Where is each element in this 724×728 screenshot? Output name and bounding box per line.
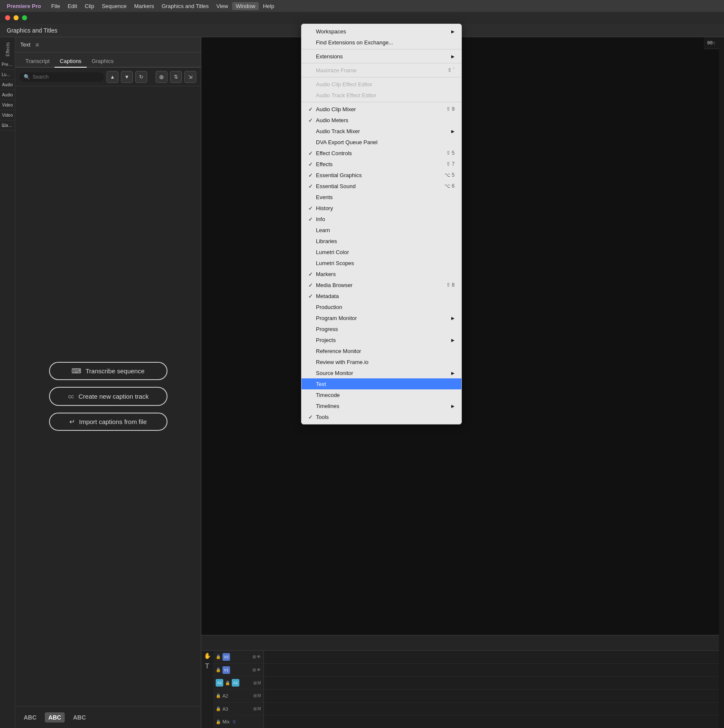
menu-item-libraries[interactable]: Libraries (302, 235, 461, 246)
menu-sequence[interactable]: Sequence (99, 2, 130, 10)
menu-item-extensions[interactable]: Extensions ▶ (302, 51, 461, 62)
menu-item-audio-track-mixer[interactable]: Audio Track Mixer ▶ (302, 126, 461, 137)
menu-item-events[interactable]: Events (302, 192, 461, 203)
menu-item-text[interactable]: Text (302, 378, 461, 389)
hand-tool-icon[interactable]: ✋ (204, 652, 211, 659)
abc-item-3[interactable]: ABC (70, 712, 89, 723)
menu-graphics[interactable]: Graphics and Titles (158, 2, 212, 10)
text-panel-menu-icon[interactable]: ≡ (36, 41, 39, 48)
menu-item-effect-controls[interactable]: ✓ Effect Controls ⇧ 5 (302, 148, 461, 159)
menu-item-audio-clip-mixer[interactable]: ✓ Audio Clip Mixer ⇧ 9 (302, 104, 461, 115)
menu-item-learn[interactable]: Learn (302, 224, 461, 235)
text-tool-icon[interactable]: T (205, 662, 209, 670)
app-name[interactable]: Premiere Pro (3, 2, 44, 10)
menu-view[interactable]: View (213, 2, 232, 10)
track-a1-m-icon[interactable]: M (258, 681, 261, 685)
menu-item-markers[interactable]: ✓ Markers (302, 268, 461, 279)
import-captions-button[interactable]: ↵ Import captions from file (49, 413, 167, 431)
track-v1-sync-icon[interactable]: ⊞ (252, 668, 256, 672)
menu-item-timecode[interactable]: Timecode (302, 389, 461, 400)
track-a2-sync-icon[interactable]: ⊞ (253, 693, 257, 698)
track-a3-sync-icon[interactable]: ⊞ (253, 706, 257, 711)
lock-icon-a1[interactable]: 🔒 (225, 681, 230, 685)
create-caption-track-button[interactable]: ㏄ Create new caption track (49, 387, 167, 406)
track-a1-sync-icon[interactable]: ⊞ (253, 681, 257, 685)
add-caption-button[interactable]: ⊕ (156, 71, 167, 83)
arrow-workspaces: ▶ (451, 29, 455, 34)
track-a2-label: A2 (222, 693, 228, 698)
track-a3-m-icon[interactable]: M (258, 706, 261, 711)
menu-file[interactable]: File (48, 2, 63, 10)
track-mix-value: 0 (233, 720, 236, 724)
menu-item-metadata[interactable]: ✓ Metadata (302, 290, 461, 301)
menu-help[interactable]: Help (260, 2, 278, 10)
menu-item-info[interactable]: ✓ Info (302, 213, 461, 224)
track-v1-button[interactable]: V1 (222, 666, 230, 674)
effects-audio1[interactable]: Audio (0, 80, 15, 90)
menu-item-review-frameio[interactable]: Review with Frame.io (302, 356, 461, 367)
lock-icon-v1[interactable]: 🔒 (216, 668, 221, 672)
menu-item-essential-graphics[interactable]: ✓ Essential Graphics ⌥ 5 (302, 170, 461, 181)
menu-item-reference-monitor[interactable]: Reference Monitor (302, 345, 461, 356)
menu-item-workspaces[interactable]: Workspaces ▶ (302, 26, 461, 37)
effects-lumet[interactable]: Lumet (0, 70, 15, 80)
lock-icon-v2[interactable]: 🔒 (216, 654, 221, 659)
track-v2-button[interactable]: V2 (222, 653, 230, 661)
menu-item-media-browser[interactable]: ✓ Media Browser ⇧ 8 (302, 279, 461, 290)
track-a2-m-icon[interactable]: M (258, 693, 261, 698)
effects-shablon[interactable]: Шабл... (0, 120, 15, 131)
close-button[interactable] (5, 15, 10, 20)
menu-item-lumetri-color[interactable]: Lumetri Color (302, 246, 461, 257)
minimize-button[interactable] (14, 15, 19, 20)
search-input[interactable] (33, 74, 100, 80)
effects-video2[interactable]: Video (0, 110, 15, 120)
maximize-button[interactable] (22, 15, 27, 20)
menu-item-audio-meters[interactable]: ✓ Audio Meters (302, 115, 461, 126)
adjust-button[interactable]: ⇅ (170, 71, 182, 83)
check-workspaces (308, 28, 315, 35)
menu-item-projects[interactable]: Projects ▶ (302, 334, 461, 345)
transcribe-sequence-button[interactable]: ⌨ Transcribe sequence (49, 362, 167, 380)
lock-icon-mix[interactable]: 🔒 (216, 720, 221, 724)
menu-markers[interactable]: Markers (131, 2, 157, 10)
shortcut-maximize: ⇧ ` (447, 67, 455, 73)
track-v2-sync-icon[interactable]: ⊞ (252, 654, 256, 659)
menu-item-tools[interactable]: ✓ Tools (302, 411, 461, 422)
track-a1-inner[interactable]: A1 (232, 679, 239, 687)
menu-item-essential-sound[interactable]: ✓ Essential Sound ⌥ 6 (302, 181, 461, 192)
menu-window[interactable]: Window (232, 2, 258, 10)
abc-item-2[interactable]: ABC (45, 712, 64, 723)
tab-captions[interactable]: Captions (55, 55, 86, 68)
lock-icon-a2[interactable]: 🔒 (216, 693, 221, 698)
effects-audio2[interactable]: Audio (0, 90, 15, 100)
menu-item-dva-export[interactable]: DVA Export Queue Panel (302, 137, 461, 148)
arrow-up-button[interactable]: ▲ (107, 71, 118, 83)
check-projects (308, 337, 315, 343)
menu-item-timelines[interactable]: Timelines ▶ (302, 400, 461, 411)
track-v2-eye-icon[interactable]: 👁 (257, 654, 261, 659)
menu-item-lumetri-scopes[interactable]: Lumetri Scopes (302, 257, 461, 268)
refresh-button[interactable]: ↻ (135, 71, 147, 83)
create-caption-label: Create new caption track (79, 393, 149, 400)
right-scrollbar[interactable] (719, 37, 724, 728)
separator-2 (302, 63, 461, 63)
menu-item-effects[interactable]: ✓ Effects ⇧ 7 (302, 159, 461, 170)
menu-item-source-monitor[interactable]: Source Monitor ▶ (302, 367, 461, 378)
expand-button[interactable]: ⇲ (184, 71, 196, 83)
arrow-down-button[interactable]: ▼ (121, 71, 133, 83)
menu-item-progress[interactable]: Progress (302, 323, 461, 334)
track-v1-eye-icon[interactable]: 👁 (257, 668, 261, 672)
effects-preset[interactable]: Preset (0, 60, 15, 70)
menu-item-production[interactable]: Production (302, 301, 461, 312)
lock-icon-a3[interactable]: 🔒 (216, 706, 221, 711)
menu-clip[interactable]: Clip (81, 2, 97, 10)
menu-item-extensions-exchange[interactable]: Find Extensions on Exchange... (302, 37, 461, 48)
menu-item-program-monitor[interactable]: Program Monitor ▶ (302, 312, 461, 323)
menu-item-history[interactable]: ✓ History (302, 203, 461, 213)
track-a1-button[interactable]: A1 (216, 679, 223, 687)
menu-edit[interactable]: Edit (64, 2, 80, 10)
tab-graphics[interactable]: Graphics (87, 55, 119, 68)
tab-transcript[interactable]: Transcript (20, 55, 55, 68)
effects-video1[interactable]: Video (0, 100, 15, 110)
abc-item-1[interactable]: ABC (20, 712, 40, 723)
